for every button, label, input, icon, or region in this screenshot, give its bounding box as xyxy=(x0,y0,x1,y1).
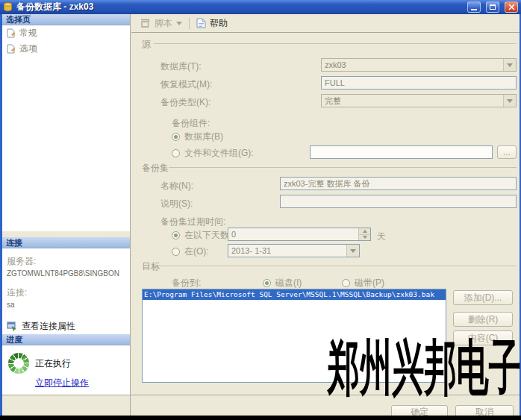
source-group-label: 源 xyxy=(142,38,151,51)
days-unit-label: 天 xyxy=(377,231,386,243)
radio-database-label: 数据库(B) xyxy=(184,131,223,143)
chevron-down-icon xyxy=(346,245,359,257)
radio-icon xyxy=(172,149,180,157)
progress-panel: 正在执行 立即停止操作 xyxy=(2,345,130,395)
minimize-button[interactable] xyxy=(467,1,481,13)
radio-expire-on-date[interactable]: 在(O): xyxy=(172,245,209,258)
list-item-backup-path[interactable]: E:\Program Files\Microsoft SQL Server\MS… xyxy=(143,289,446,300)
script-dropdown-icon[interactable] xyxy=(176,22,182,25)
sidebar: 选择页 常规 选项 连接 服务器: xyxy=(2,14,131,416)
chevron-down-icon xyxy=(503,59,516,71)
radio-on-label: 在(O): xyxy=(184,245,209,258)
recovery-model-field[interactable] xyxy=(321,76,517,90)
backup-to-label: 备份到: xyxy=(172,277,201,289)
select-page-panel: 常规 选项 xyxy=(2,25,130,231)
recovery-model-label: 恢复模式(M): xyxy=(160,78,212,91)
days-value: 0 xyxy=(228,228,358,240)
sidebar-item-general[interactable]: 常规 xyxy=(2,25,130,41)
spinner-up-icon[interactable] xyxy=(359,228,370,235)
progress-status: 正在执行 xyxy=(35,357,71,370)
help-button[interactable]: 帮助 xyxy=(210,17,228,30)
backup-database-dialog: 备份数据库 - zxk03 选择页 常规 选项 xyxy=(0,0,521,420)
date-value: 2013- 1-31 xyxy=(228,246,346,255)
script-icon xyxy=(138,18,151,29)
expiration-label: 备份集过期时间: xyxy=(160,216,225,228)
radio-files-label: 文件和文件组(G): xyxy=(184,147,254,160)
radio-icon xyxy=(172,231,180,239)
title-bar: 备份数据库 - zxk03 xyxy=(0,0,521,14)
radio-disk-label: 磁盘(I) xyxy=(275,277,302,289)
radio-tape-label: 磁带(P) xyxy=(355,277,384,289)
sidebar-item-label: 选项 xyxy=(19,43,37,55)
page-icon xyxy=(6,44,16,54)
connection-panel: 服务器: ZGTOMWLNT84PGB8\SINGBON 连接: sa 查看连接… xyxy=(2,248,130,334)
backup-set-group-line xyxy=(169,167,517,168)
database-combobox-value: zxk03 xyxy=(322,60,503,69)
select-page-header: 选择页 xyxy=(2,14,130,25)
backup-type-combobox[interactable]: 完整 xyxy=(321,94,517,107)
backup-set-group-label: 备份集 xyxy=(142,162,169,175)
description-field[interactable] xyxy=(280,195,517,208)
maximize-button[interactable] xyxy=(486,1,499,13)
connection-header: 连接 xyxy=(2,237,130,248)
backup-type-combobox-value: 完整 xyxy=(322,95,503,107)
backup-component-label: 备份组件: xyxy=(172,117,210,130)
server-label: 服务器: xyxy=(7,255,125,268)
destination-group-line xyxy=(160,266,517,266)
window-title: 备份数据库 - zxk03 xyxy=(16,1,462,13)
connection-value: sa xyxy=(7,301,125,309)
toolbar-separator xyxy=(189,18,190,29)
chevron-down-icon xyxy=(503,95,516,107)
server-value: ZGTOMWLNT84PGB8\SINGBON xyxy=(7,269,125,278)
radio-icon xyxy=(172,248,180,256)
view-props-label: 查看连接属性 xyxy=(22,320,75,333)
source-group-line xyxy=(154,43,517,44)
radio-icon xyxy=(342,279,350,287)
help-icon xyxy=(196,18,206,28)
progress-spinner-icon xyxy=(8,353,29,374)
progress-header: 进度 xyxy=(2,334,130,345)
radio-disk[interactable]: 磁盘(I) xyxy=(263,277,302,289)
database-icon xyxy=(3,2,13,12)
bottom-black-strip xyxy=(0,416,521,420)
name-label: 名称(N): xyxy=(160,180,193,192)
properties-icon xyxy=(7,322,17,331)
files-filegroups-field[interactable] xyxy=(310,145,493,159)
backup-type-label: 备份类型(K): xyxy=(160,96,210,109)
database-label: 数据库(T): xyxy=(160,60,202,73)
radio-database[interactable]: 数据库(B) xyxy=(172,131,223,143)
days-spinner[interactable]: 0 xyxy=(228,228,371,241)
radio-icon xyxy=(172,133,180,141)
database-combobox[interactable]: zxk03 xyxy=(321,58,517,72)
sidebar-item-options[interactable]: 选项 xyxy=(2,41,130,57)
connection-label: 连接: xyxy=(7,286,125,299)
name-field[interactable] xyxy=(280,177,517,190)
date-picker[interactable]: 2013- 1-31 xyxy=(228,244,360,257)
page-icon xyxy=(6,28,16,38)
add-button[interactable]: 添加(D)... xyxy=(453,290,513,305)
watermark-text: 郑州兴邦电子 xyxy=(328,336,521,400)
sidebar-item-label: 常规 xyxy=(19,27,37,40)
stop-operation-link[interactable]: 立即停止操作 xyxy=(35,377,89,389)
browse-button[interactable]: ... xyxy=(497,145,517,159)
script-button[interactable]: 脚本 xyxy=(155,17,172,30)
spinner-down-icon[interactable] xyxy=(359,235,370,241)
remove-button[interactable]: 删除(R) xyxy=(453,312,513,327)
view-connection-properties-link[interactable]: 查看连接属性 xyxy=(7,320,125,333)
radio-icon xyxy=(263,279,271,287)
radio-tape[interactable]: 磁带(P) xyxy=(342,277,384,289)
toolbar: 脚本 帮助 xyxy=(131,14,520,33)
close-button[interactable] xyxy=(505,1,518,13)
description-label: 说明(S): xyxy=(160,198,193,210)
radio-files-filegroups[interactable]: 文件和文件组(G): xyxy=(172,147,254,160)
destination-group-label: 目标 xyxy=(142,260,160,273)
